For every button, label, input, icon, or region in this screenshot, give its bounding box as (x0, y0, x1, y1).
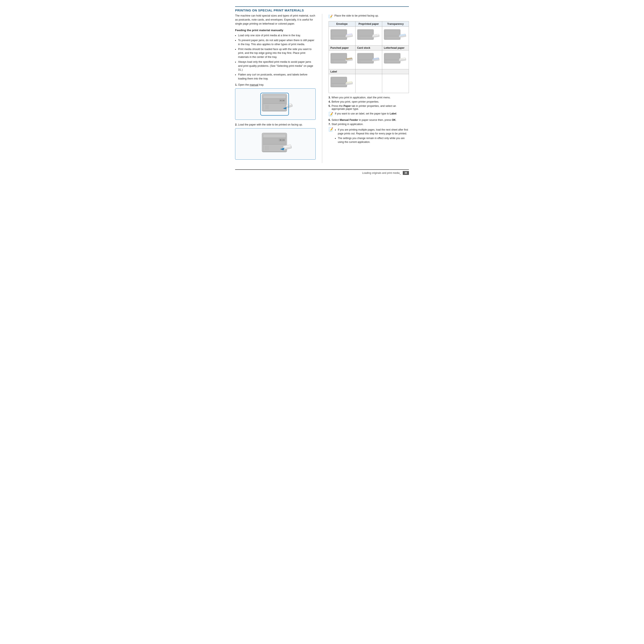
bullet-item: Load only one size of print media at a t… (238, 33, 316, 38)
facing-up-note: 📝 Place the side to be printed facing up… (329, 14, 409, 19)
bullet-item: Print media should be loaded face up wit… (238, 47, 316, 59)
note-label: 📝 If you want to use an label, set the p… (329, 112, 409, 116)
table-cell-letterhead-img: — (382, 50, 409, 69)
table-cell-empty-1 (355, 69, 382, 74)
table-header-cardstock: Card stock (355, 46, 382, 50)
subsection-title: Feeding the print material manually (235, 29, 316, 32)
svg-text:—: — (358, 54, 359, 55)
bullet-item: Flatten any curl on postcards, envelopes… (238, 73, 316, 81)
printer-image-1 (235, 88, 316, 120)
step-3: 3. When you print in application, start … (329, 96, 409, 99)
svg-point-4 (280, 100, 281, 101)
svg-point-19 (280, 139, 281, 140)
svg-text:—: — (331, 78, 332, 79)
table-header-transparency: Transparency (382, 21, 409, 27)
step-4: 4. Before you print, open printer proper… (329, 100, 409, 103)
step-2: 2. Load the paper with the side to be pr… (235, 123, 316, 126)
step-6: 6. Select Manual Feeder in paper source … (329, 118, 409, 121)
svg-text:—: — (385, 31, 385, 32)
svg-point-20 (282, 139, 283, 140)
svg-rect-87 (331, 78, 346, 84)
page-title: PRINTING ON SPECIAL PRINT MATERIALS (235, 8, 409, 12)
svg-rect-40 (358, 30, 373, 36)
table-cell-label-img: — (329, 74, 355, 93)
svg-text:—: — (358, 31, 359, 32)
intro-text: The machine can hold special sizes and t… (235, 14, 316, 26)
step-1: 1. Open the manual tray. (235, 83, 316, 86)
svg-rect-77 (385, 54, 400, 60)
svg-rect-17 (263, 134, 286, 138)
note-sublist: If you are printing multiple pages, load… (338, 128, 409, 144)
paper-type-table: Envelope Preprinted paper Transparency (329, 21, 409, 93)
note-bullet-2: The settings you change remain in effect… (338, 136, 409, 144)
table-cell-cardstock-img: — (355, 50, 382, 69)
table-header-preprinted: Preprinted paper (355, 21, 382, 27)
left-column: The machine can hold special sizes and t… (235, 14, 316, 163)
table-header-label: Label (329, 69, 355, 74)
table-header-letterhead: Letterhead paper (382, 46, 409, 50)
step-7: 7. Start printing in application. (329, 123, 409, 126)
note-icon: 📝 (329, 14, 333, 19)
svg-rect-59 (331, 54, 346, 60)
svg-rect-22 (263, 144, 286, 152)
svg-rect-70 (358, 60, 373, 63)
step-5: 5. Press the Paper tab in printer proper… (329, 105, 409, 110)
table-header-punched: Punched paper (329, 46, 355, 50)
bullet-item: To prevent paper jams, do not add paper … (238, 38, 316, 46)
svg-text:—: — (331, 31, 332, 32)
note-final-icon: 📝 (329, 127, 333, 132)
svg-rect-51 (385, 30, 400, 36)
table-cell-empty-2 (382, 69, 409, 74)
svg-point-6 (283, 100, 284, 101)
printer-image-2 (235, 128, 316, 160)
svg-text:—: — (385, 54, 385, 55)
column-divider (322, 14, 322, 163)
bullet-list: Load only one size of print media at a t… (238, 33, 316, 81)
table-cell-punched-img: — (329, 50, 355, 69)
right-steps: 3. When you print in application, start … (329, 96, 409, 145)
svg-rect-78 (385, 60, 400, 63)
bullet-item: Always load only the specified print med… (238, 60, 316, 72)
table-cell-envelope-img: — (329, 27, 355, 46)
title-divider (235, 6, 409, 7)
note-label-icon: 📝 (329, 112, 333, 116)
right-column: 📝 Place the side to be printed facing up… (329, 14, 409, 163)
footer-page-number: 35 (403, 171, 409, 175)
note-bullet-1: If you are printing multiple pages, load… (338, 128, 409, 135)
svg-rect-31 (331, 30, 346, 36)
svg-rect-69 (358, 54, 373, 60)
page-container: PRINTING ON SPECIAL PRINT MATERIALS The … (235, 6, 409, 175)
footer-text: Loading originals and print media_ (362, 171, 401, 174)
svg-rect-88 (331, 84, 346, 86)
note-final: 📝 If you are printing multiple pages, lo… (329, 127, 409, 145)
svg-rect-7 (263, 103, 286, 111)
table-cell-preprinted-img: — (355, 27, 382, 46)
svg-point-21 (283, 139, 284, 140)
svg-rect-2 (263, 95, 286, 98)
svg-rect-41 (358, 36, 373, 39)
svg-rect-52 (385, 36, 400, 39)
svg-rect-32 (331, 36, 346, 39)
table-cell-transparency-img: — (382, 27, 409, 46)
table-cell-empty-img-2 (382, 74, 409, 93)
table-cell-empty-img-1 (355, 74, 382, 93)
svg-rect-60 (331, 60, 346, 63)
table-header-envelope: Envelope (329, 21, 355, 27)
svg-point-5 (282, 100, 283, 101)
footer: Loading originals and print media_ 35 (235, 169, 409, 175)
svg-text:—: — (331, 54, 332, 55)
